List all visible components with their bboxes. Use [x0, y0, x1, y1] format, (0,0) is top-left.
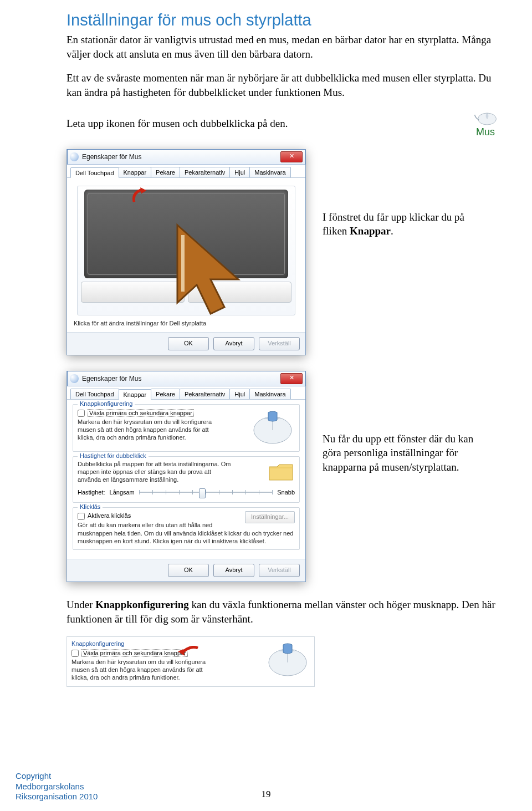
tab-maskinvara[interactable]: Maskinvara [249, 389, 290, 399]
speed-fast-label: Snabb [277, 489, 295, 496]
tab-dell-touchpad[interactable]: Dell Touchpad [70, 389, 119, 399]
dialog-title-icon [70, 374, 79, 383]
group-legend: Klicklås [78, 503, 103, 510]
mus-icon-label: Mus [476, 126, 495, 138]
tab-hjul[interactable]: Hjul [229, 389, 250, 399]
tab-maskinvara[interactable]: Maskinvara [249, 167, 290, 177]
group-legend: Knappkonfigurering [71, 640, 124, 647]
doubleclick-speed-slider[interactable] [139, 487, 273, 498]
clicklock-settings-button[interactable]: Inställningar... [245, 511, 295, 523]
mouse-illustration-icon [247, 408, 295, 447]
cancel-button[interactable]: Avbryt [213, 564, 254, 577]
touchpad-preview [77, 186, 295, 315]
paragraph-knappkonfig: Under Knappkonfigurering kan du växla fu… [66, 598, 499, 626]
section-heading: Inställningar för mus och styrplatta [66, 11, 499, 29]
paragraph-icon: Leta upp ikonen för musen och dubbelklic… [66, 116, 288, 131]
dialog-hint-text: Klicka för att ändra inställningar för D… [74, 320, 299, 327]
tab-dell-touchpad[interactable]: Dell Touchpad [70, 167, 119, 178]
dialog-tabs: Dell Touchpad Knappar Pekare Pekaraltern… [67, 165, 305, 178]
cancel-button[interactable]: Avbryt [213, 337, 254, 350]
group-legend: Knappkonfigurering [78, 400, 135, 407]
dialog-titlebar: Egenskaper för Mus ✕ [67, 371, 305, 386]
tab-hjul[interactable]: Hjul [229, 167, 250, 177]
swap-buttons-description: Markera den här kryssrutan om du vill ko… [78, 418, 227, 442]
swap-buttons-description: Markera den här kryssrutan om du vill ko… [71, 658, 221, 682]
tab-pekaralternativ[interactable]: Pekaralternativ [180, 389, 230, 399]
enable-clicklock-label: Aktivera klicklås [88, 512, 131, 519]
tab-pekaralternativ[interactable]: Pekaralternativ [180, 167, 230, 177]
group-clicklock: Klicklås Inställningar... Aktivera klick… [73, 507, 300, 550]
touchpad-right-button [188, 282, 291, 303]
dialog-titlebar: Egenskaper för Mus ✕ [67, 149, 305, 165]
group-legend: Hastighet för dubbelklick [78, 452, 149, 459]
dialog-title-text: Egenskaper för Mus [82, 153, 280, 161]
apply-button[interactable]: Verkställ [259, 337, 300, 350]
tab-pekare[interactable]: Pekare [151, 389, 180, 399]
mouse-icon [472, 110, 499, 126]
enable-clicklock-checkbox[interactable] [78, 513, 85, 520]
dialog-tabs: Dell Touchpad Knappar Pekare Pekaraltern… [67, 386, 305, 400]
touchpad-left-button [81, 282, 185, 303]
dialog-title-icon [70, 152, 79, 161]
tab-pekare[interactable]: Pekare [151, 167, 180, 177]
red-arrow-icon [177, 646, 199, 660]
speed-label: Hastighet: [78, 489, 105, 496]
caption-click-tab: I fönstret du får upp klickar du på flik… [323, 210, 489, 238]
group-doubleclick-speed: Hastighet för dubbelklick Dubbelklicka p… [73, 456, 300, 503]
doubleclick-description: Dubbelklicka på mappen för att testa ins… [78, 460, 233, 484]
tab-knappar[interactable]: Knappar [119, 167, 152, 177]
mouse-properties-dialog-1: Egenskaper för Mus ✕ Dell Touchpad Knapp… [66, 149, 306, 355]
close-icon[interactable]: ✕ [280, 373, 303, 384]
mouse-properties-dialog-2: Egenskaper för Mus ✕ Dell Touchpad Knapp… [66, 371, 306, 583]
swap-buttons-checkbox-label: Växla primära och sekundära knappar [81, 649, 188, 657]
copyright-footer: Copyright Medborgarskolans Riksorganisat… [16, 771, 98, 802]
dialog-title-text: Egenskaper för Mus [82, 375, 280, 382]
clicklock-description: Gör att du kan markera eller dra utan at… [78, 521, 295, 545]
page-number: 19 [262, 789, 271, 800]
ok-button[interactable]: OK [168, 564, 209, 577]
caption-personal-settings: Nu får du upp ett fönster där du kan gör… [323, 432, 489, 475]
group-knappkonfigurering: Knappkonfigurering Växla primära och sek… [73, 404, 300, 452]
mouse-illustration-icon [262, 640, 310, 679]
swap-buttons-checkbox[interactable] [78, 410, 85, 417]
paragraph-intro: En stationär dator är vanligtvis utrusta… [66, 33, 499, 61]
swap-buttons-checkbox-label: Växla primära och sekundära knappar [88, 409, 194, 417]
tab-knappar[interactable]: Knappar [119, 389, 152, 400]
svg-rect-1 [486, 114, 489, 118]
apply-button[interactable]: Verkställ [259, 564, 300, 577]
ok-button[interactable]: OK [168, 337, 209, 350]
knappkonfig-snippet: Knappkonfigurering Växla primära och sek… [66, 636, 315, 687]
paragraph-doubleclick: Ett av de svåraste momenten när man är n… [66, 71, 499, 99]
folder-icon [267, 460, 295, 483]
swap-buttons-checkbox[interactable] [71, 650, 79, 657]
close-icon[interactable]: ✕ [280, 151, 303, 162]
speed-slow-label: Långsam [110, 489, 135, 496]
